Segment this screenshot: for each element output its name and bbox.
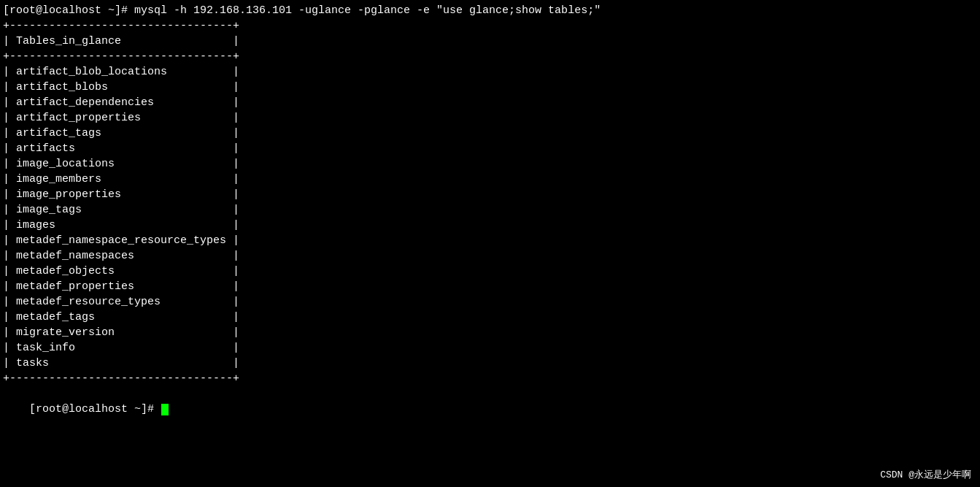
table-row: | metadef_namespaces | [0, 248, 980, 264]
table-row: | artifact_tags | [0, 126, 980, 141]
table-row: | artifacts | [0, 141, 980, 156]
separator-header: +----------------------------------+ [0, 49, 980, 64]
separator-top: +----------------------------------+ [0, 18, 980, 34]
table-header: | Tables_in_glance | [0, 34, 980, 49]
table-row: | metadef_properties | [0, 279, 980, 294]
table-row: | image_properties | [0, 187, 980, 202]
shell-prompt[interactable]: [root@localhost ~]# [0, 386, 980, 432]
table-row: | image_members | [0, 172, 980, 187]
terminal-window: [root@localhost ~]# mysql -h 192.168.136… [0, 0, 980, 487]
table-row: | image_locations | [0, 156, 980, 172]
watermark: CSDN @永远是少年啊 [880, 468, 971, 481]
table-row: | metadef_namespace_resource_types | [0, 233, 980, 248]
command-line: [root@localhost ~]# mysql -h 192.168.136… [0, 3, 980, 18]
table-row: | image_tags | [0, 202, 980, 218]
table-row: | metadef_resource_types | [0, 294, 980, 310]
table-row: | task_info | [0, 340, 980, 356]
table-row: | metadef_objects | [0, 264, 980, 279]
table-row: | metadef_tags | [0, 310, 980, 325]
cursor [161, 404, 169, 415]
table-row: | artifact_dependencies | [0, 95, 980, 110]
table-row: | artifact_properties | [0, 110, 980, 126]
table-row: | images | [0, 218, 980, 233]
prompt-text: [root@localhost ~]# [29, 403, 161, 415]
separator-bottom: +----------------------------------+ [0, 371, 980, 386]
table-row: | migrate_version | [0, 325, 980, 340]
table-row: | artifact_blob_locations | [0, 64, 980, 80]
table-row: | tasks | [0, 356, 980, 371]
table-row: | artifact_blobs | [0, 80, 980, 95]
